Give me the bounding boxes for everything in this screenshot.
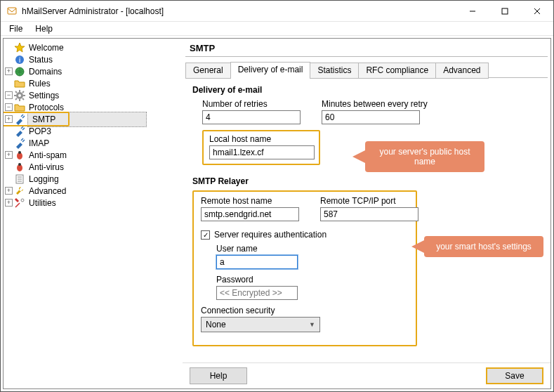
svg-line-22 (22, 128, 25, 130)
relayer-group: Remote host name Remote TCP/IP port ✓ Se… (192, 190, 417, 346)
svg-point-28 (18, 163, 21, 166)
auth-label: Server requires authentication (214, 230, 327, 240)
tab-delivery[interactable]: Delivery of e-mail (230, 62, 311, 78)
username-input[interactable] (216, 255, 298, 269)
svg-line-16 (22, 98, 24, 100)
callout-smarthost: your smart host's settings (424, 236, 543, 257)
connsec-select[interactable]: None ▼ (201, 317, 320, 332)
tree-rules[interactable]: Rules (5, 77, 180, 89)
main-panel: SMTP General Delivery of e-mail Statisti… (183, 39, 550, 388)
svg-point-26 (18, 151, 21, 154)
plug-icon (14, 126, 25, 137)
svg-point-33 (21, 199, 24, 202)
chevron-down-icon: ▼ (309, 321, 315, 328)
star-icon (14, 42, 25, 53)
panel-title: SMTP (183, 39, 550, 56)
tree-logging[interactable]: Logging (5, 173, 180, 185)
minutes-input[interactable] (322, 110, 420, 124)
remotehost-label: Remote host name (201, 196, 299, 206)
footer: Help Save (183, 362, 550, 388)
auth-checkbox[interactable]: ✓ Server requires authentication (201, 230, 409, 240)
folder-icon (14, 102, 25, 113)
svg-rect-2 (502, 8, 508, 14)
relayer-heading: SMTP Relayer (192, 176, 541, 186)
connsec-label: Connection security (201, 306, 409, 315)
app-icon (6, 6, 18, 17)
callout-hostname: your server's public host name (365, 141, 484, 172)
wrench-icon (14, 185, 25, 197)
expand-icon[interactable]: + (5, 199, 13, 207)
svg-line-20 (22, 116, 25, 118)
tree-status[interactable]: i Status (5, 53, 180, 65)
svg-rect-0 (8, 8, 16, 14)
menu-help[interactable]: Help (29, 22, 58, 35)
help-button[interactable]: Help (190, 367, 247, 384)
remoteport-input[interactable] (320, 207, 418, 221)
tab-strip: General Delivery of e-mail Statistics RF… (185, 61, 548, 77)
tree-welcome[interactable]: Welcome (5, 41, 180, 53)
expand-icon[interactable]: + (5, 67, 13, 75)
bug-icon (14, 150, 25, 161)
tree-imap[interactable]: IMAP (5, 137, 180, 149)
minutes-label: Minutes between every retry (322, 99, 428, 109)
tree-antivirus[interactable]: Anti-virus (5, 161, 180, 173)
svg-line-24 (22, 140, 25, 142)
tab-advanced[interactable]: Advanced (435, 63, 488, 79)
nav-tree: Welcome i Status + Domains Rules (4, 39, 183, 388)
connsec-value: None (206, 320, 226, 329)
log-icon (14, 174, 25, 185)
tree-smtp[interactable]: + SMTP (5, 113, 180, 125)
localhost-input[interactable] (209, 145, 315, 159)
tree-domains[interactable]: + Domains (5, 65, 180, 77)
collapse-icon[interactable]: − (5, 103, 13, 111)
plug-icon (14, 114, 25, 125)
window-title: hMailServer Administrator - [localhost] (22, 6, 456, 16)
folder-icon (14, 78, 25, 89)
svg-point-10 (18, 94, 21, 97)
info-icon: i (14, 54, 25, 65)
tree-advanced[interactable]: + Advanced (5, 185, 180, 197)
svg-line-19 (21, 115, 23, 117)
tree-utilities[interactable]: + Utilities (5, 197, 180, 209)
retries-label: Number of retries (202, 99, 301, 109)
tab-statistics[interactable]: Statistics (310, 63, 359, 79)
titlebar: hMailServer Administrator - [localhost] (1, 1, 553, 22)
svg-line-15 (15, 91, 17, 93)
delivery-heading: Delivery of e-mail (192, 85, 541, 95)
gear-icon (14, 90, 25, 101)
tab-general[interactable]: General (185, 63, 231, 79)
close-button[interactable] (521, 1, 553, 22)
tools-icon (14, 197, 25, 209)
password-input[interactable] (216, 286, 298, 300)
menubar: File Help (1, 22, 553, 36)
tree-settings[interactable]: − Settings (5, 89, 180, 101)
svg-text:i: i (19, 56, 20, 64)
svg-line-17 (22, 91, 24, 93)
svg-marker-5 (15, 43, 25, 52)
check-icon: ✓ (201, 230, 210, 240)
collapse-icon[interactable]: − (5, 91, 13, 99)
username-label: User name (216, 244, 409, 254)
plug-icon (14, 138, 25, 149)
save-button[interactable]: Save (486, 367, 543, 384)
expand-icon[interactable]: + (5, 151, 13, 159)
maximize-button[interactable] (489, 1, 521, 22)
tree-pop3[interactable]: POP3 (5, 125, 180, 137)
menu-file[interactable]: File (4, 22, 28, 35)
localhost-label: Local host name (209, 134, 313, 144)
svg-line-21 (21, 126, 23, 129)
svg-line-18 (15, 98, 17, 100)
password-label: Password (216, 275, 409, 285)
app-window: hMailServer Administrator - [localhost] … (0, 0, 554, 392)
bug-icon (14, 162, 25, 173)
globe-icon (14, 66, 25, 77)
tree-antispam[interactable]: + Anti-spam (5, 149, 180, 161)
svg-line-23 (21, 138, 23, 141)
minimize-button[interactable] (456, 1, 489, 22)
remotehost-input[interactable] (201, 207, 299, 221)
retries-input[interactable] (202, 110, 301, 124)
tree-smtp-label: SMTP (27, 112, 147, 127)
tab-rfc[interactable]: RFC compliance (358, 63, 436, 79)
expand-icon[interactable]: + (5, 115, 13, 123)
expand-icon[interactable]: + (5, 187, 13, 195)
